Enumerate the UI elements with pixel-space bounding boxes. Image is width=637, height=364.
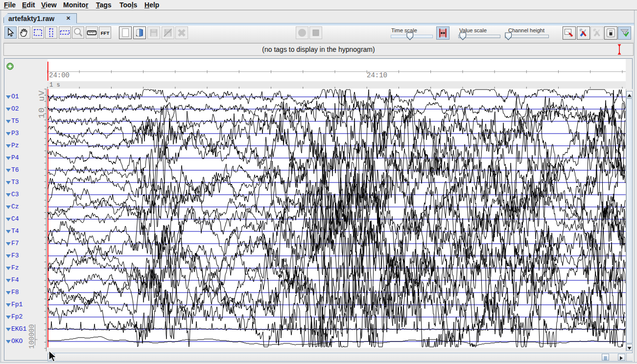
svg-text:FFT: FFT (101, 30, 110, 36)
